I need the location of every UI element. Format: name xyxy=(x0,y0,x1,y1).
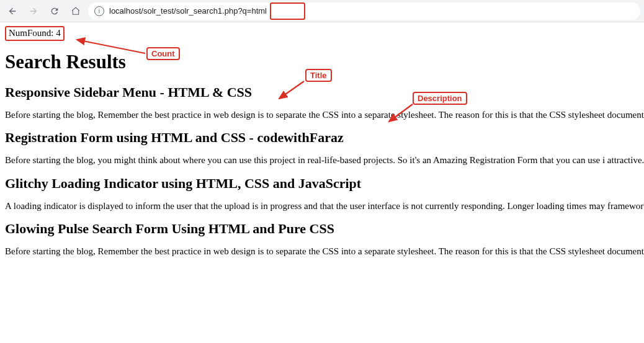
url-query: html xyxy=(251,6,267,16)
page-title: Search Results xyxy=(5,51,639,73)
page-content: NumFound: 4 Count Search Results Title D… xyxy=(0,22,644,272)
arrow-left-icon xyxy=(7,6,17,16)
results-list: Responsive Sidebar Menu - HTML & CSSBefo… xyxy=(5,84,639,258)
result-item: Responsive Sidebar Menu - HTML & CSSBefo… xyxy=(5,84,639,122)
home-icon xyxy=(71,6,81,16)
result-item: Registration Form using HTML and CSS - c… xyxy=(5,130,639,167)
url-prefix: localhost/solr_test/solr_search1.php?q= xyxy=(109,6,251,16)
result-title: Registration Form using HTML and CSS - c… xyxy=(5,130,639,146)
numfound-label: NumFound: xyxy=(9,28,56,38)
reload-button[interactable] xyxy=(46,2,63,20)
result-description: A loading indicator is displayed to info… xyxy=(5,200,639,213)
result-title: Glitchy Loading Indicator using HTML, CS… xyxy=(5,176,639,192)
home-button[interactable] xyxy=(67,2,84,20)
result-item: Glitchy Loading Indicator using HTML, CS… xyxy=(5,176,639,213)
site-info-icon[interactable]: i xyxy=(94,6,104,16)
result-description: Before starting the blog, Remember the b… xyxy=(5,246,639,258)
url-text: localhost/solr_test/solr_search1.php?q=h… xyxy=(109,6,634,16)
result-title: Glowing Pulse Search Form Using HTML and… xyxy=(5,221,639,237)
arrow-right-icon xyxy=(29,6,38,16)
result-title: Responsive Sidebar Menu - HTML & CSS xyxy=(5,84,639,100)
result-item: Glowing Pulse Search Form Using HTML and… xyxy=(5,221,639,258)
result-description: Before starting the blog, you might thin… xyxy=(5,154,639,167)
numfound-box: NumFound: 4 xyxy=(5,26,65,41)
numfound-value: 4 xyxy=(56,28,61,38)
browser-toolbar: i localhost/solr_test/solr_search1.php?q… xyxy=(0,0,644,22)
result-description: Before starting the blog, Remember the b… xyxy=(5,109,639,122)
back-button[interactable] xyxy=(4,2,21,20)
address-bar[interactable]: i localhost/solr_test/solr_search1.php?q… xyxy=(88,2,640,20)
forward-button[interactable] xyxy=(25,2,42,20)
reload-icon xyxy=(50,6,60,16)
